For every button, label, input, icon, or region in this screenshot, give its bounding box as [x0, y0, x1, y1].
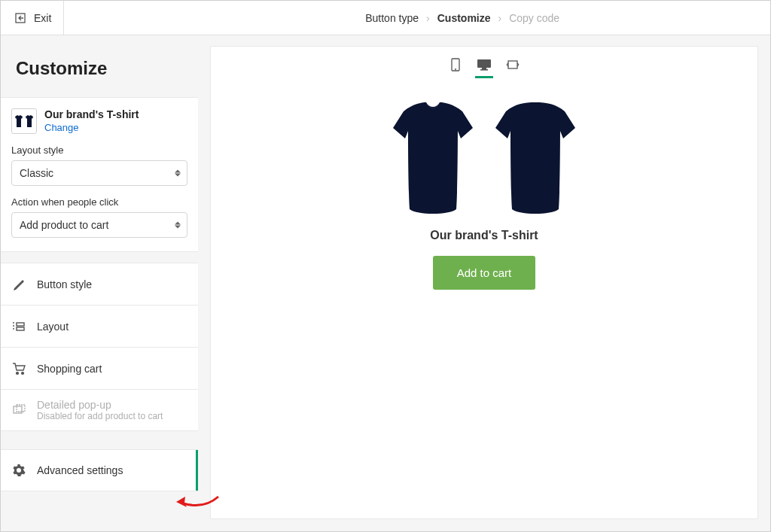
- exit-icon: [13, 11, 28, 26]
- action-click-label: Action when people click: [11, 196, 187, 208]
- preview-product-title: Our brand's T-shirt: [430, 229, 538, 242]
- product-thumbnail: [11, 108, 37, 134]
- svg-rect-3: [17, 327, 24, 330]
- device-mobile-tab[interactable]: [448, 57, 463, 72]
- select-caret-icon: [175, 170, 181, 177]
- preview-panel: Our brand's T-shirt Add to cart: [210, 46, 758, 519]
- sidebar: Customize Our brand's T-shirt Change: [1, 35, 198, 531]
- product-preview: Our brand's T-shirt Add to cart: [211, 77, 757, 290]
- device-desktop-tab[interactable]: [477, 57, 492, 72]
- exit-label: Exit: [34, 12, 51, 24]
- sidebar-item-label: Button style: [37, 278, 92, 290]
- sidebar-item-label: Layout: [37, 321, 69, 333]
- sidebar-item-layout[interactable]: Layout: [1, 305, 198, 347]
- product-image: [389, 98, 580, 218]
- product-row: Our brand's T-shirt Change: [11, 108, 187, 134]
- gear-icon: [11, 463, 26, 478]
- exit-button[interactable]: Exit: [1, 1, 64, 35]
- svg-rect-6: [14, 406, 22, 413]
- action-click-select[interactable]: Add product to cart: [11, 212, 187, 238]
- cart-icon: [11, 361, 26, 376]
- breadcrumb-step-3: Copy code: [509, 12, 559, 24]
- sidebar-item-label: Detailed pop-up: [37, 399, 163, 411]
- popup-icon: [11, 403, 26, 418]
- breadcrumb-step-1[interactable]: Button type: [365, 12, 419, 24]
- layout-style-select[interactable]: Classic: [11, 160, 187, 186]
- select-caret-icon: [175, 222, 181, 229]
- add-to-cart-button[interactable]: Add to cart: [433, 256, 536, 290]
- paint-brush-icon: [11, 277, 26, 292]
- chevron-right-icon: ›: [498, 12, 502, 24]
- svg-rect-7: [17, 405, 25, 412]
- product-panel: Our brand's T-shirt Change Layout style …: [1, 97, 198, 252]
- layout-icon: [11, 319, 26, 334]
- main: Customize Our brand's T-shirt Change: [1, 35, 770, 531]
- sidebar-item-label: Shopping cart: [37, 363, 102, 375]
- device-tabs: [211, 47, 757, 77]
- layout-style-label: Layout style: [11, 144, 187, 156]
- sidebar-item-advanced-settings[interactable]: Advanced settings: [1, 449, 198, 491]
- breadcrumb-step-2[interactable]: Customize: [437, 12, 491, 24]
- svg-rect-10: [477, 59, 491, 68]
- svg-point-4: [17, 372, 19, 374]
- svg-rect-12: [480, 69, 488, 71]
- product-name: Our brand's T-shirt: [44, 108, 139, 120]
- sidebar-item-label: Advanced settings: [37, 464, 123, 476]
- top-bar: Exit Button type › Customize › Copy code: [1, 1, 770, 35]
- action-click-value: Add product to cart: [20, 219, 108, 231]
- change-product-link[interactable]: Change: [44, 122, 79, 133]
- layout-style-value: Classic: [20, 167, 53, 179]
- breadcrumb: Button type › Customize › Copy code: [275, 12, 559, 24]
- svg-point-5: [22, 372, 24, 374]
- sidebar-item-sublabel: Disabled for add product to cart: [37, 411, 163, 421]
- device-responsive-tab[interactable]: [505, 57, 520, 72]
- svg-rect-2: [17, 323, 24, 326]
- preview-area: Our brand's T-shirt Add to cart: [198, 35, 770, 531]
- chevron-right-icon: ›: [426, 12, 430, 24]
- svg-rect-11: [482, 68, 486, 69]
- sidebar-item-button-style[interactable]: Button style: [1, 263, 198, 305]
- page-title: Customize: [1, 35, 198, 97]
- sidebar-item-shopping-cart[interactable]: Shopping cart: [1, 347, 198, 389]
- sidebar-item-detailed-popup: Detailed pop-up Disabled for add product…: [1, 389, 198, 431]
- svg-rect-13: [508, 61, 517, 68]
